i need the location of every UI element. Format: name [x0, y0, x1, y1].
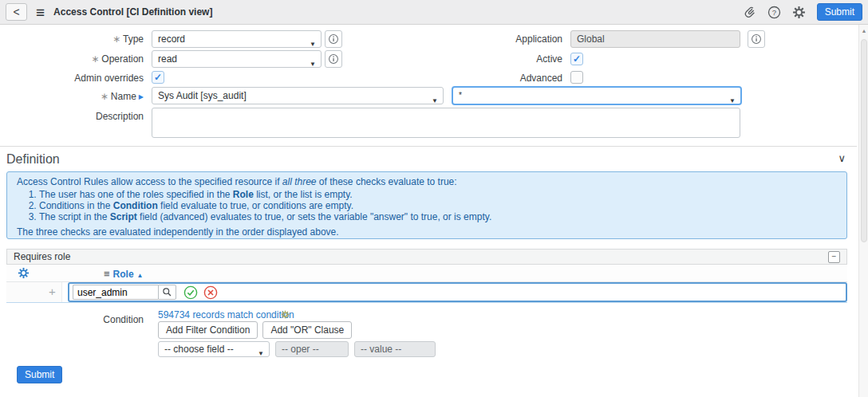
column-menu-icon[interactable]: ≡: [104, 268, 110, 280]
info-icon: [328, 53, 339, 65]
page-title: Access Control [CI Definition view]: [53, 6, 212, 18]
submit-button-bottom[interactable]: Submit: [17, 366, 62, 383]
requires-role-list: Requires role − ≡Role▲ +: [6, 249, 847, 303]
add-or-clause-button[interactable]: Add "OR" Clause: [262, 321, 352, 339]
requires-role-header: Requires role −: [6, 249, 847, 265]
requires-role-title: Requires role: [14, 251, 70, 262]
name-field-select[interactable]: * ▼: [452, 86, 742, 105]
checkmark-icon: ✓: [573, 54, 581, 64]
mandatory-icon: ∗: [101, 91, 108, 102]
definition-section-header: Definition ∨: [0, 146, 857, 167]
condition-label: Condition: [8, 311, 144, 328]
info-footer: The three checks are evaluated independe…: [17, 227, 837, 238]
menu-icon[interactable]: ≡: [36, 5, 45, 20]
expand-reference-icon[interactable]: ▶: [139, 93, 144, 100]
red-x-icon: [203, 285, 218, 300]
header-bar: < ≡ Access Control [CI Definition view] …: [0, 0, 868, 25]
dropdown-caret-icon: ▼: [310, 57, 316, 73]
scroll-up-icon[interactable]: ▲: [859, 28, 868, 33]
mandatory-icon: ∗: [112, 33, 120, 45]
type-info-button[interactable]: [325, 30, 342, 48]
svg-text:?: ?: [772, 7, 776, 16]
help-icon[interactable]: ?: [767, 5, 782, 19]
application-label: Application: [427, 30, 562, 48]
info-intro: Access Control Rules allow access to the…: [17, 177, 837, 187]
role-lookup-button[interactable]: [158, 285, 176, 300]
role-edit-row: +: [6, 282, 847, 303]
admin-overrides-checkbox[interactable]: ✓: [152, 71, 164, 84]
role-column-header[interactable]: ≡Role▲: [104, 268, 144, 280]
records-match-link[interactable]: 594734 records match condition: [158, 309, 294, 320]
back-button[interactable]: <: [6, 3, 27, 21]
add-filter-condition-button[interactable]: Add Filter Condition: [158, 321, 258, 339]
advanced-label: Advanced: [427, 69, 562, 87]
gear-icon[interactable]: [792, 5, 807, 19]
choose-field-select[interactable]: -- choose field -- ▼: [158, 341, 270, 357]
application-info-button[interactable]: [748, 30, 765, 48]
role-edit-cell: [68, 282, 847, 302]
role-list-column-header-row: ≡Role▲: [6, 265, 847, 282]
role-input[interactable]: [73, 285, 158, 300]
acl-info-message: Access Control Rules allow access to the…: [6, 171, 847, 239]
description-label: Description: [8, 108, 144, 125]
info-icon: [328, 33, 339, 45]
operation-label: ∗Operation: [8, 50, 144, 68]
info-icon: [751, 33, 762, 45]
operation-select[interactable]: read ▼: [152, 50, 322, 68]
description-textarea[interactable]: [152, 108, 740, 138]
operator-field[interactable]: [275, 341, 349, 357]
definition-section-title: Definition: [6, 152, 60, 167]
confirm-role-button[interactable]: [183, 285, 198, 300]
green-check-icon: [183, 285, 198, 300]
application-field[interactable]: [570, 30, 740, 48]
back-icon: <: [13, 6, 19, 18]
list-settings-gear-icon[interactable]: [18, 267, 30, 279]
dropdown-caret-icon: ▼: [432, 93, 438, 109]
active-checkbox[interactable]: ✓: [570, 53, 583, 65]
dropdown-caret-icon: ▼: [258, 347, 264, 361]
advanced-checkbox[interactable]: ✓: [570, 71, 583, 84]
collapse-section-button[interactable]: −: [828, 251, 840, 263]
active-label: Active: [427, 50, 562, 68]
checkmark-icon: ✓: [154, 73, 162, 82]
acl-form-page: < ≡ Access Control [CI Definition view] …: [0, 0, 868, 397]
operation-info-button[interactable]: [325, 50, 342, 68]
admin-overrides-label: Admin overrides: [8, 69, 144, 87]
name-table-select[interactable]: Sys Audit [sys_audit] ▼: [152, 87, 444, 104]
condition-builder-toggle-icon[interactable]: [281, 310, 290, 319]
info-check-list: The user has one of the roles specified …: [17, 190, 837, 222]
plus-icon[interactable]: +: [49, 285, 56, 298]
chevron-down-icon[interactable]: ∨: [838, 152, 846, 164]
info-list-item: Conditions in the Condition field evalua…: [39, 201, 837, 211]
info-list-item: The script in the Script field (advanced…: [39, 212, 837, 222]
search-icon: [162, 287, 172, 297]
name-label: ∗Name▶: [8, 88, 144, 106]
row-expand-cell: +: [6, 282, 62, 302]
cancel-role-button[interactable]: [203, 285, 218, 300]
sort-ascending-icon: ▲: [137, 272, 144, 279]
condition-buttons: Add Filter Condition Add "OR" Clause: [158, 321, 352, 339]
type-select[interactable]: record ▼: [152, 30, 322, 48]
mandatory-icon: ∗: [91, 53, 99, 65]
value-field[interactable]: [354, 341, 436, 357]
scrollbar-thumb[interactable]: [861, 39, 867, 242]
dropdown-caret-icon: ▼: [729, 94, 736, 108]
condition-row: -- choose field -- ▼: [158, 341, 436, 357]
vertical-scrollbar[interactable]: ▲: [858, 25, 868, 397]
attachment-paperclip-icon[interactable]: [743, 5, 757, 19]
type-label: ∗Type: [8, 30, 144, 48]
submit-button-top[interactable]: Submit: [817, 3, 862, 21]
info-list-item: The user has one of the roles specified …: [39, 190, 837, 200]
